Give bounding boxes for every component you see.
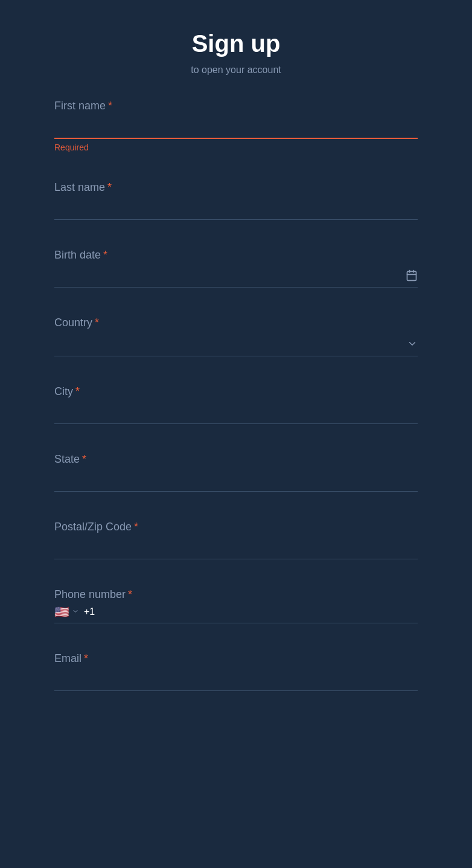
first-name-input[interactable] [54, 117, 418, 139]
page-title: Sign up [54, 30, 418, 57]
state-label: State * [54, 453, 418, 466]
city-field: City * [54, 385, 418, 424]
postal-zip-label-text: Postal/Zip Code [54, 521, 132, 533]
email-required-star: * [84, 652, 88, 665]
last-name-field: Last name * [54, 181, 418, 220]
phone-number-required-star: * [128, 588, 132, 601]
state-field: State * [54, 453, 418, 492]
email-label: Email * [54, 652, 418, 665]
birth-date-label-text: Birth date [54, 249, 101, 262]
city-label: City * [54, 385, 418, 398]
first-name-label: First name * [54, 100, 418, 112]
birth-date-label: Birth date * [54, 249, 418, 262]
birth-date-field: Birth date * [54, 249, 418, 288]
phone-number-field: Phone number * 🇺🇸 +1 [54, 588, 418, 623]
flag-selector[interactable]: 🇺🇸 [54, 606, 79, 618]
postal-zip-field: Postal/Zip Code * [54, 521, 418, 559]
city-label-text: City [54, 385, 73, 398]
birth-date-required-star: * [103, 249, 107, 262]
page-container: Sign up to open your account First name … [0, 0, 472, 691]
country-select-wrapper: United States Canada United Kingdom Aust… [54, 334, 418, 356]
first-name-label-text: First name [54, 100, 106, 112]
last-name-label: Last name * [54, 181, 418, 194]
city-input[interactable] [54, 403, 418, 424]
country-select[interactable]: United States Canada United Kingdom Aust… [54, 339, 418, 351]
first-name-error: Required [54, 143, 418, 152]
country-field: Country * United States Canada United Ki… [54, 317, 418, 356]
country-label-text: Country [54, 317, 92, 329]
birth-date-wrapper [54, 266, 418, 288]
email-label-text: Email [54, 652, 81, 665]
signup-form: First name * Required Last name * Birth … [54, 100, 418, 691]
state-label-text: State [54, 453, 80, 466]
postal-zip-input[interactable] [54, 538, 418, 559]
last-name-input[interactable] [54, 199, 418, 220]
header: Sign up to open your account [54, 0, 418, 100]
last-name-label-text: Last name [54, 181, 105, 194]
flag-emoji: 🇺🇸 [54, 606, 69, 618]
last-name-required-star: * [107, 181, 112, 194]
email-field: Email * [54, 652, 418, 691]
phone-number-label-text: Phone number [54, 588, 126, 601]
first-name-field: First name * Required [54, 100, 418, 152]
country-required-star: * [95, 317, 99, 329]
city-required-star: * [75, 385, 80, 398]
country-label: Country * [54, 317, 418, 329]
birth-date-input[interactable] [54, 266, 418, 288]
flag-chevron-icon [72, 608, 79, 617]
phone-input[interactable] [100, 606, 418, 617]
email-input[interactable] [54, 670, 418, 691]
page-subtitle: to open your account [54, 65, 418, 76]
postal-zip-label: Postal/Zip Code * [54, 521, 418, 533]
state-input[interactable] [54, 471, 418, 492]
phone-country-code: +1 [84, 606, 95, 617]
phone-wrapper: 🇺🇸 +1 [54, 606, 418, 623]
postal-zip-required-star: * [134, 521, 138, 533]
phone-number-label: Phone number * [54, 588, 418, 601]
state-required-star: * [82, 453, 86, 466]
first-name-required-star: * [108, 100, 112, 112]
